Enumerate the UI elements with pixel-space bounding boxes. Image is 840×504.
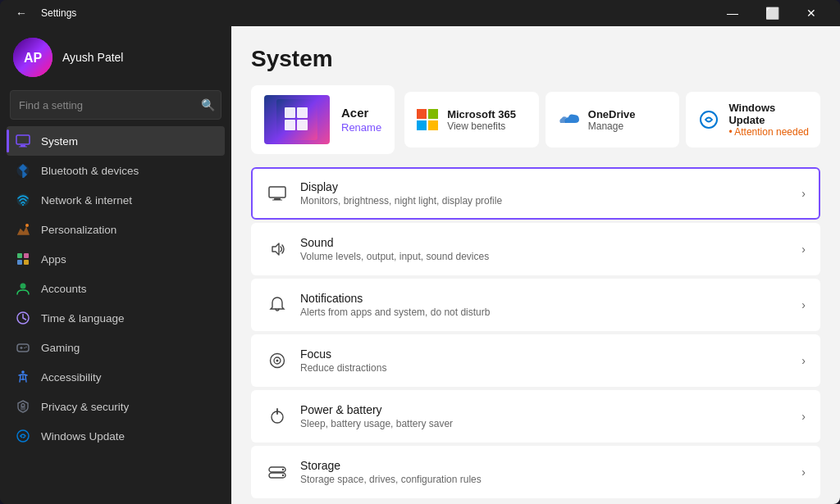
sidebar-item-windows-update[interactable]: Windows Update (7, 421, 225, 451)
setting-focus[interactable]: Focus Reduce distractions › (251, 334, 820, 387)
storage-icon (266, 461, 289, 484)
sidebar-item-label-personalization: Personalization (41, 224, 116, 236)
close-button[interactable]: ✕ (792, 0, 830, 26)
maximize-button[interactable]: ⬜ (753, 0, 791, 26)
onedrive-name: OneDrive (588, 108, 636, 120)
storage-desc: Storage space, drives, configuration rul… (300, 474, 790, 485)
titlebar-controls: — ⬜ ✕ (714, 0, 830, 26)
svg-point-17 (25, 347, 27, 348)
svg-point-37 (276, 360, 279, 362)
svg-rect-32 (269, 187, 285, 198)
sidebar-item-time[interactable]: Time & language (7, 303, 225, 333)
focus-desc: Reduce distractions (300, 362, 790, 374)
page-title: System (251, 46, 820, 72)
svg-point-42 (282, 474, 284, 476)
sidebar-item-accessibility[interactable]: Accessibility (7, 362, 225, 392)
search-icon: 🔍 (201, 98, 215, 111)
search-input[interactable] (10, 90, 221, 120)
sidebar-item-label-accessibility: Accessibility (41, 371, 102, 384)
power-text: Power & battery Sleep, battery usage, ba… (300, 403, 790, 429)
minimize-button[interactable]: — (714, 0, 751, 26)
winupdate-sub: • Attention needed (728, 126, 809, 138)
svg-point-18 (21, 370, 25, 374)
apps-icon (15, 251, 31, 267)
svg-point-31 (701, 111, 717, 128)
sidebar-item-privacy[interactable]: Privacy & security (7, 392, 225, 421)
main-content: System (231, 26, 840, 504)
onedrive-card[interactable]: OneDrive Manage (546, 92, 680, 148)
sidebar-item-bluetooth[interactable]: Bluetooth & devices (7, 156, 225, 185)
svg-rect-26 (297, 120, 308, 130)
device-rename-link[interactable]: Rename (341, 121, 381, 134)
search-box: 🔍 (10, 90, 221, 120)
power-icon (266, 405, 289, 428)
setting-notifications[interactable]: Notifications Alerts from apps and syste… (251, 279, 820, 331)
setting-power[interactable]: Power & battery Sleep, battery usage, ba… (251, 390, 820, 443)
ms365-name: Microsoft 365 (447, 108, 516, 120)
winupdate-icon (697, 108, 720, 131)
accessibility-icon (15, 369, 31, 385)
winupdate-text: Windows Update • Attention needed (728, 102, 809, 138)
display-chevron: › (801, 187, 806, 200)
settings-window: ← Settings — ⬜ ✕ (0, 0, 840, 504)
storage-name: Storage (300, 459, 790, 472)
avatar-image: AP (13, 38, 52, 77)
svg-rect-29 (417, 120, 427, 130)
svg-rect-12 (24, 260, 29, 265)
sidebar-item-apps[interactable]: Apps (7, 244, 225, 274)
sidebar-item-gaming[interactable]: Gaming (7, 333, 225, 362)
focus-text: Focus Reduce distractions (300, 347, 790, 374)
setting-storage[interactable]: Storage Storage space, drives, configura… (251, 446, 820, 498)
display-text: Display Monitors, brightness, night ligh… (300, 180, 790, 207)
sidebar-item-label-gaming: Gaming (41, 342, 80, 354)
sidebar-item-label-system: System (41, 135, 78, 148)
sidebar-item-label-network: Network & internet (41, 194, 132, 207)
device-thumbnail (264, 95, 330, 144)
settings-list: Display Monitors, brightness, night ligh… (251, 167, 820, 498)
focus-name: Focus (300, 347, 790, 361)
app-shortcut-cards: Microsoft 365 View benefits (404, 92, 820, 148)
sound-desc: Volume levels, output, input, sound devi… (300, 251, 790, 262)
ms365-text: Microsoft 365 View benefits (447, 108, 516, 132)
setting-sound[interactable]: Sound Volume levels, output, input, soun… (251, 223, 820, 275)
sound-name: Sound (300, 236, 790, 249)
svg-rect-28 (428, 109, 438, 119)
ms365-icon (416, 108, 439, 131)
sidebar-nav: System Bluetooth & devices (7, 126, 225, 451)
sound-text: Sound Volume levels, output, input, soun… (300, 236, 790, 262)
windows-update-icon (15, 428, 31, 444)
svg-rect-30 (428, 120, 438, 130)
onedrive-text: OneDrive Manage (588, 108, 636, 132)
system-icon (15, 133, 31, 149)
winupdate-card[interactable]: Windows Update • Attention needed (686, 92, 820, 148)
storage-text: Storage Storage space, drives, configura… (300, 459, 790, 485)
gaming-icon (15, 339, 31, 356)
avatar: AP (13, 38, 52, 77)
notifications-chevron: › (801, 298, 806, 311)
svg-rect-2 (16, 135, 30, 144)
svg-text:AP: AP (24, 51, 43, 65)
ms365-card[interactable]: Microsoft 365 View benefits (404, 92, 539, 148)
sidebar-item-network[interactable]: Network & internet (7, 185, 225, 215)
back-button[interactable]: ← (10, 2, 33, 25)
accounts-icon (15, 280, 31, 297)
sidebar-item-personalization[interactable]: Personalization (7, 215, 225, 244)
sound-icon (266, 238, 289, 261)
notifications-text: Notifications Alerts from apps and syste… (300, 292, 790, 318)
windows-logo-icon (276, 99, 317, 140)
device-name: Acer (341, 106, 381, 120)
power-desc: Sleep, battery usage, battery saver (300, 418, 790, 429)
svg-point-13 (21, 284, 26, 289)
focus-icon (266, 349, 289, 372)
svg-rect-34 (272, 200, 282, 201)
sidebar-item-accounts[interactable]: Accounts (7, 274, 225, 303)
sound-chevron: › (801, 243, 806, 256)
ms365-sub: View benefits (447, 120, 516, 132)
storage-chevron: › (801, 465, 806, 479)
svg-rect-11 (17, 260, 22, 265)
svg-point-20 (21, 404, 25, 407)
sidebar-item-system[interactable]: System (7, 126, 225, 156)
setting-display[interactable]: Display Monitors, brightness, night ligh… (251, 167, 820, 220)
sidebar: AP Ayush Patel 🔍 (0, 26, 231, 504)
sidebar-item-label-apps: Apps (41, 253, 66, 266)
